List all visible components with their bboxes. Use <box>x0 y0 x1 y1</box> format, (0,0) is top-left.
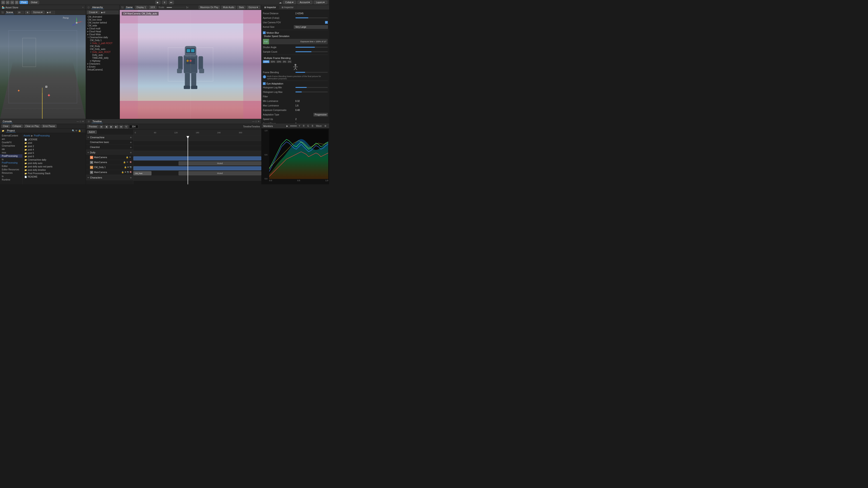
lock-icon[interactable]: 🔒 <box>121 171 124 174</box>
stats-btn[interactable]: Stats <box>237 6 246 9</box>
sidebar-postprocessing2[interactable]: PostProcessing <box>0 161 22 164</box>
tl-end-btn[interactable]: ⏭ <box>119 125 123 129</box>
tl-group-header-cinemachine[interactable]: ▼ Cinemachine + <box>86 135 133 140</box>
pct-10[interactable]: 10% <box>276 60 282 63</box>
adaptation-type-dropdown[interactable]: Progressive <box>313 113 328 116</box>
mute-icon[interactable]: 🔇 <box>129 161 132 164</box>
group-add-icon[interactable]: + <box>130 151 132 154</box>
use-camera-fov-checkbox[interactable]: ✓ <box>325 21 328 24</box>
hier-dolly-path-root[interactable]: ▼ Dolly_1_path ROOT <box>86 42 120 45</box>
hier-cm-low-close[interactable]: CM_low close <box>86 18 120 21</box>
frame-blending-slider[interactable] <box>296 72 328 73</box>
frame-blending-header[interactable]: Multiple Frame Blending <box>263 56 328 60</box>
sidebar-mos[interactable]: mos <box>0 151 22 154</box>
sidebar-runtime[interactable]: Runtime <box>0 178 22 182</box>
sidebar-ts[interactable]: ts <box>0 158 22 161</box>
tl-loop-btn[interactable]: ↻ <box>124 125 128 129</box>
hier-cm-tracker[interactable]: CM_tracker behind <box>86 21 120 24</box>
settings-icon[interactable]: ☰ <box>15 1 19 4</box>
sidebar-grantefx[interactable]: GranfeFX <box>0 141 22 144</box>
step-button[interactable]: ⏭ <box>169 1 174 4</box>
hier-timeline-dolly[interactable]: TIMELINE_dolly <box>86 57 120 59</box>
hier-create-btn[interactable]: Create▼ <box>87 11 99 14</box>
mute-audio-btn[interactable]: Mute Audio <box>221 6 236 9</box>
hier-cm-dolly-auto[interactable]: CM_Dolly_auto <box>86 48 120 51</box>
sidebar-resources[interactable]: Resources <box>0 171 22 175</box>
mon-wave-btn[interactable]: Wave <box>315 125 322 127</box>
tl-group-header-characters[interactable]: ▼ Characters + <box>86 175 133 180</box>
list-item[interactable]: 📄 README <box>24 175 85 178</box>
sidebar-ide[interactable]: ide <box>0 148 22 151</box>
hier-dolly-auto[interactable]: Dolly_auto <box>86 54 120 57</box>
mon-g-btn[interactable]: G <box>306 125 310 127</box>
hier-cloud-multi[interactable]: ▶ Cloud multi <box>86 27 120 30</box>
inspector-tab-1[interactable]: ⊞ Inspector <box>261 6 279 9</box>
scale-slider[interactable] <box>166 7 185 8</box>
mon-play-btn[interactable]: ▶ <box>285 125 289 127</box>
mon-y-btn[interactable]: Y <box>298 125 301 127</box>
breadcrumb-assets[interactable]: Assets <box>24 134 30 137</box>
hier-virtual-camera[interactable]: VirtualCamera1 <box>86 68 120 71</box>
breadcrumb-sub[interactable]: PostProcessing <box>34 134 50 137</box>
aperture-slider[interactable] <box>296 18 328 18</box>
minimize-icon[interactable]: — <box>76 120 79 123</box>
scene-canvas[interactable]: X Y Z Persp ✦ ✦ <box>0 15 86 119</box>
timeline-maximize-icon[interactable]: □ <box>255 120 257 123</box>
sidebar-editor-resources[interactable]: Editor Resources <box>0 168 22 171</box>
sidebar-ts2[interactable]: ts <box>0 175 22 178</box>
timeline-close-icon[interactable]: ✕ <box>258 120 259 123</box>
clear-btn[interactable]: Clear <box>1 125 10 128</box>
camera-icon[interactable]: 📷 <box>129 166 132 169</box>
pause-button[interactable]: ⏸ <box>162 1 167 4</box>
list-item[interactable]: 📁 post <box>24 141 85 144</box>
list-item[interactable]: 📁 post 4 <box>24 148 85 151</box>
global-button[interactable]: Global <box>29 1 39 4</box>
game-tab[interactable]: Game <box>125 6 133 9</box>
shutter-speed-header[interactable]: Shutter Speed Simulation <box>263 35 328 38</box>
tl-prev-btn[interactable]: ◀ <box>104 125 108 129</box>
inspector-tab-2[interactable]: ⊞ Inspector <box>279 6 296 9</box>
sample-count-slider[interactable] <box>296 51 328 52</box>
clip-cm-feet[interactable]: CM_Feet <box>133 171 151 175</box>
list-item[interactable]: 📁 post dolly timeline <box>24 168 85 172</box>
clip-maincamera-muted[interactable]: Muted <box>179 161 261 165</box>
list-item[interactable]: 📁 post 2 <box>24 144 85 148</box>
hier-cm-animated[interactable]: CM_Animated <box>86 15 120 18</box>
pct-100[interactable]: 100% <box>263 60 270 63</box>
pct-1[interactable]: 1% <box>287 60 291 63</box>
hier-search[interactable] <box>100 11 118 14</box>
scale-btn[interactable]: ⊕ <box>25 11 30 14</box>
layers-button[interactable]: Layers▼ <box>314 1 327 4</box>
camera-icon2[interactable]: 📷 <box>127 171 129 174</box>
display-btn[interactable]: Display 1 <box>135 6 147 9</box>
close-icon[interactable]: ✕ <box>82 6 84 8</box>
kernel-size-dropdown[interactable]: Very Large <box>294 25 328 29</box>
tl-next-btn[interactable]: ▶| <box>114 125 119 129</box>
list-item[interactable]: 📁 post 5 <box>24 151 85 155</box>
hier-cm-rody[interactable]: CM_Rody <box>86 45 120 48</box>
account-button[interactable]: Account▼ <box>298 1 312 4</box>
list-item[interactable]: 📁 post 6 <box>24 155 85 158</box>
collab-button[interactable]: Collab▼ <box>283 1 296 4</box>
timeline-minimize-icon[interactable]: — <box>252 120 254 123</box>
error-pause-btn[interactable]: Error Pause <box>41 125 57 128</box>
mute-icon2[interactable]: 🔇 <box>129 171 132 174</box>
sidebar-am[interactable]: am <box>0 137 22 141</box>
lock-icon[interactable]: 🔒 <box>124 166 127 169</box>
ratio-btn[interactable]: 16:9 <box>149 6 156 9</box>
scene-search[interactable] <box>46 11 55 14</box>
clip-maincamera-muted-2[interactable]: Muted <box>179 171 261 175</box>
lock-icon[interactable]: 🔒 <box>126 156 129 159</box>
collapse-btn[interactable]: Collapse <box>11 125 23 128</box>
hier-cm-dolly1[interactable]: CM_Dolly 1 <box>86 39 120 42</box>
histogram-min-slider[interactable] <box>296 87 328 88</box>
gizmos-btn[interactable]: Gizmos▼ <box>31 11 44 14</box>
undo-icon[interactable]: ↩ <box>6 1 9 4</box>
hier-dolly-auto-root[interactable]: ▼ Dolly_auto_ROOT <box>86 51 120 54</box>
console-tab[interactable]: Console <box>2 120 13 123</box>
mon-r-btn[interactable]: R <box>302 125 305 127</box>
search-icon[interactable]: 🔍 <box>72 129 74 132</box>
tl-frame-input[interactable]: 304 <box>129 125 138 128</box>
lock-icon[interactable]: 🔒 <box>78 129 81 132</box>
track-add-icon[interactable]: + <box>130 141 132 144</box>
